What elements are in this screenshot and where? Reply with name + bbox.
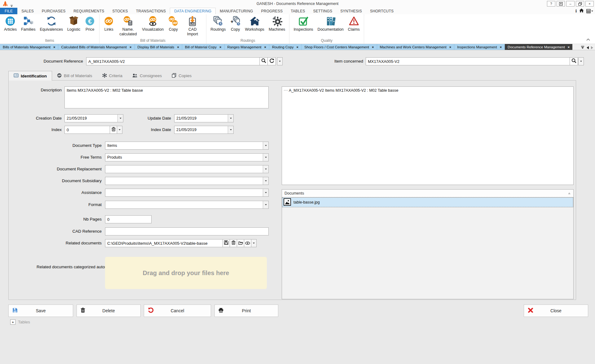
tree-item[interactable]: A_MX17AXA005-V2 Items MX17AXA005-V2 : M0…	[289, 88, 398, 93]
tab-consignees[interactable]: Consignees	[127, 71, 167, 81]
index-input[interactable]	[64, 126, 110, 134]
tab-copies[interactable]: Copies	[167, 71, 196, 81]
ribbon-tab-synthesis[interactable]: SYNTHESIS	[336, 8, 366, 14]
tab-list-icon[interactable]	[581, 45, 584, 50]
ribbon-item-cad-import[interactable]: CAD CAD Import	[181, 15, 204, 37]
update-date-picker[interactable]: 21/05/2019	[174, 114, 234, 122]
chevron-down-icon[interactable]	[263, 142, 268, 149]
ribbon-tab-manufacturing[interactable]: MANUFACTURING	[216, 8, 257, 14]
ribbon-tab-shortcuts[interactable]: SHORTCUTS	[366, 8, 398, 14]
ribbon-item-copy-bom[interactable]: Copy	[166, 15, 181, 32]
item-concerned-input[interactable]	[366, 57, 570, 65]
close-tab-icon[interactable]: ×	[264, 45, 266, 49]
ribbon-tab-file[interactable]: FILE	[0, 8, 17, 14]
item-concerned-search-button[interactable]	[570, 57, 578, 65]
related-documents-preview-button[interactable]	[244, 239, 251, 247]
document-replacement-select[interactable]	[105, 165, 269, 173]
ribbon-tab-data-engineering[interactable]: DATA ENGINEERING	[170, 8, 216, 14]
ribbon-item-routings[interactable]: Routings	[208, 15, 228, 32]
expand-plus-icon[interactable]: +	[10, 319, 15, 325]
close-tab-icon[interactable]: ×	[53, 45, 55, 49]
save-button[interactable]: Save	[8, 305, 73, 317]
scroll-tabs-right-icon[interactable]	[591, 46, 593, 49]
doc-tab-routing-copy[interactable]: Routing Copy×	[269, 44, 302, 50]
related-documents-open-button[interactable]	[237, 239, 244, 247]
format-select[interactable]	[105, 201, 269, 209]
ribbon-item-families[interactable]: Families	[19, 15, 38, 32]
close-tab-icon[interactable]: ×	[297, 45, 298, 49]
close-button[interactable]: Close	[524, 305, 588, 317]
ribbon-item-equivalences[interactable]: Equivalences	[38, 15, 65, 32]
file-dropzone[interactable]: Drag and drop your files here	[105, 257, 267, 289]
minimize-button[interactable]: –	[566, 1, 575, 7]
related-documents-input[interactable]	[105, 239, 223, 247]
print-button[interactable]: Print	[214, 305, 278, 317]
doc-tab-bom-copy[interactable]: Bill of Material Copy×	[182, 44, 225, 50]
related-documents-save-button[interactable]	[223, 239, 230, 247]
documents-column-header[interactable]: Documents	[282, 190, 573, 197]
ribbon-item-links[interactable]: Links	[101, 15, 116, 32]
ribbon-tab-tables[interactable]: TABLES	[287, 8, 309, 14]
ribbon-item-workshops[interactable]: Workshops	[243, 15, 267, 32]
close-tab-icon[interactable]: ×	[177, 45, 179, 49]
restore-button[interactable]	[576, 1, 584, 7]
chevron-down-icon[interactable]	[228, 126, 233, 134]
pin-window-button[interactable]	[557, 1, 565, 7]
help-button[interactable]: ?	[547, 1, 555, 7]
ribbon-tab-purchases[interactable]: PURCHASES	[38, 8, 69, 14]
chevron-down-icon[interactable]	[263, 201, 268, 208]
chevron-down-icon[interactable]	[263, 177, 268, 185]
document-tree[interactable]: A_MX17AXA005-V2 Items MX17AXA005-V2 : M0…	[282, 86, 574, 185]
scroll-tabs-left-icon[interactable]	[587, 46, 589, 49]
info-icon[interactable]: i	[575, 9, 577, 14]
doc-tab-calculated-bom[interactable]: Calculated Bills of Materials Management…	[58, 44, 134, 50]
document-type-select[interactable]: Items	[105, 142, 269, 150]
tables-expander[interactable]: + Tables	[10, 319, 30, 325]
ribbon-tab-requirements[interactable]: REQUIREMENTS	[69, 8, 108, 14]
ribbon-tab-progress[interactable]: PROGRESS	[257, 8, 287, 14]
ribbon-tab-settings[interactable]: SETTINGS	[309, 8, 337, 14]
ribbon-item-documentation[interactable]: Documentation	[315, 15, 346, 32]
assistance-select[interactable]	[105, 189, 269, 197]
doc-tab-ranges[interactable]: Ranges Management×	[225, 44, 269, 50]
ribbon-item-claims[interactable]: Claims	[346, 15, 362, 32]
doc-tab-bills-of-materials[interactable]: Bills of Materials Management×	[0, 44, 58, 50]
document-reference-input[interactable]	[86, 57, 260, 65]
ribbon-item-name-calculated[interactable]: Name. calculated	[116, 15, 140, 37]
index-date-picker[interactable]: 21/05/2019	[174, 126, 234, 134]
delete-button[interactable]: Delete	[77, 305, 141, 317]
description-input[interactable]: Items MX17AXA005-V2 : M02 Table basse	[64, 86, 269, 108]
ribbon-collapse-icon[interactable]	[586, 37, 590, 42]
tab-criteria[interactable]: Criteria	[97, 71, 128, 81]
chevron-down-icon[interactable]	[263, 154, 268, 161]
free-terms-select[interactable]: Produits	[105, 153, 269, 161]
file-row-selected[interactable]: table-basse.jpg	[282, 198, 573, 207]
close-tab-icon[interactable]: ×	[219, 45, 221, 49]
document-reference-dropdown-button[interactable]	[277, 57, 283, 65]
tab-bill-of-materials[interactable]: Bill of Materials	[52, 71, 97, 81]
nb-pages-input[interactable]	[105, 215, 152, 223]
close-tab-icon[interactable]: ×	[500, 45, 502, 49]
ribbon-tab-sales[interactable]: SALES	[17, 8, 38, 14]
item-concerned-dropdown-button[interactable]	[578, 57, 584, 65]
related-documents-dropdown-button[interactable]	[251, 239, 257, 247]
ribbon-item-price[interactable]: € Price	[82, 15, 97, 32]
ribbon-item-machines[interactable]: Machines	[267, 15, 288, 32]
close-tab-icon[interactable]: ×	[372, 45, 374, 49]
ribbon-tab-transactions[interactable]: TRANSACTIONS	[132, 8, 170, 14]
doc-tab-shop-floors[interactable]: Shop Floors / Cost Centers Management×	[302, 44, 377, 50]
home-icon[interactable]	[579, 8, 584, 14]
ribbon-tab-stocks[interactable]: STOCKS	[108, 8, 132, 14]
ribbon-item-articles[interactable]: Articles	[2, 15, 19, 32]
chevron-down-icon[interactable]	[228, 115, 233, 122]
related-documents-delete-button[interactable]	[230, 239, 237, 247]
document-subsidiary-select[interactable]	[105, 177, 269, 185]
doc-tab-documents-reference[interactable]: Documents Reference Management×	[505, 44, 572, 50]
close-tab-icon[interactable]: ×	[449, 45, 451, 49]
close-tab-icon[interactable]: ×	[568, 45, 570, 49]
calculator-icon[interactable]	[586, 9, 593, 13]
doc-tab-machines-work-centers[interactable]: Machines and Work Centers Management×	[377, 44, 455, 50]
tab-identification[interactable]: Identification	[8, 71, 52, 81]
doc-tab-display-bom[interactable]: Display Bill of Materials×	[135, 44, 182, 50]
chevron-down-icon[interactable]	[263, 165, 268, 173]
